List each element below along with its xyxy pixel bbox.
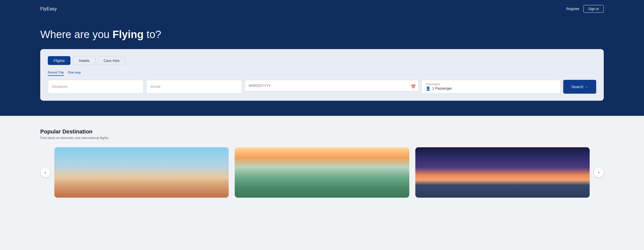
trip-type-selector: Round Trip One way	[48, 69, 596, 75]
hero-title-bold: Flying	[112, 28, 144, 40]
passengers-info: Passengers 👤 1 Passenger	[426, 83, 452, 91]
trip-round[interactable]: Round Trip	[48, 69, 64, 75]
popular-section: Popular Destination Find deals on domest…	[0, 116, 644, 208]
destinations-carousel: ‹ ›	[40, 147, 604, 198]
date-input[interactable]	[245, 80, 419, 91]
carousel-next-button[interactable]: ›	[594, 167, 604, 177]
search-row: 📅 Passengers 👤 1 Passenger Search →	[48, 80, 596, 94]
destination-image-2	[235, 147, 409, 198]
navbar: FlyEasy Register Sign in	[0, 0, 644, 18]
nav-actions: Register Sign in	[566, 5, 604, 13]
search-card: Flights Hotels Cars Hire Round Trip One …	[40, 49, 604, 101]
destination-card-3[interactable]	[415, 147, 590, 198]
tab-hotels[interactable]: Hotels	[73, 56, 95, 65]
popular-subtitle: Find deals on domestic and international…	[40, 136, 604, 140]
arrival-input[interactable]	[146, 80, 242, 94]
passengers-value: 👤 1 Passenger	[426, 86, 452, 91]
popular-title: Popular Destination	[40, 128, 604, 135]
destination-card-1[interactable]	[54, 147, 229, 198]
trip-oneway[interactable]: One way	[68, 69, 81, 75]
person-icon: 👤	[426, 86, 431, 91]
signin-button[interactable]: Sign in	[583, 5, 604, 13]
destination-image-1	[54, 147, 229, 198]
search-button[interactable]: Search →	[563, 80, 596, 94]
passengers-selector[interactable]: Passengers 👤 1 Passenger	[421, 80, 561, 94]
hero-section: FlyEasy Register Sign in Where are you F…	[0, 0, 644, 116]
tab-cars[interactable]: Cars Hire	[98, 56, 125, 65]
departure-input[interactable]	[48, 80, 144, 94]
register-link[interactable]: Register	[566, 7, 579, 11]
tab-flights[interactable]: Flights	[48, 56, 70, 65]
hero-title: Where are you Flying to?	[0, 18, 644, 49]
destination-image-3	[415, 147, 590, 198]
hero-title-suffix: to?	[144, 28, 161, 40]
date-wrapper: 📅	[245, 80, 419, 94]
brand-logo: FlyEasy	[40, 6, 57, 12]
search-tabs: Flights Hotels Cars Hire	[48, 56, 596, 65]
carousel-prev-button[interactable]: ‹	[40, 167, 50, 177]
hero-title-prefix: Where are you	[40, 28, 112, 40]
passengers-label: Passengers	[426, 83, 452, 86]
carousel-track	[54, 147, 590, 198]
destination-card-2[interactable]	[235, 147, 409, 198]
